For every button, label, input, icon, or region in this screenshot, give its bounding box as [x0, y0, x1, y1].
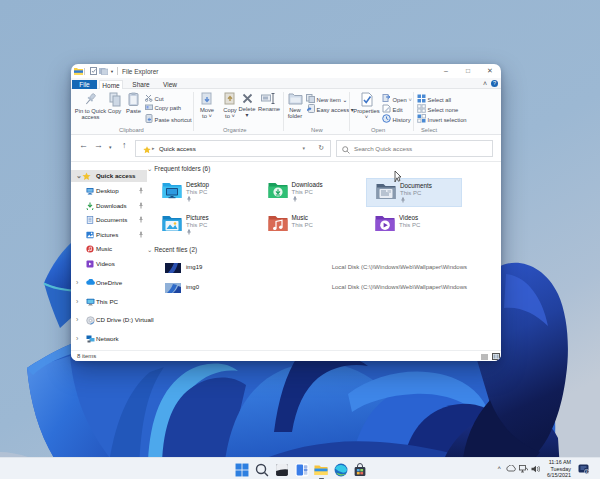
svg-text:4: 4	[586, 470, 588, 474]
